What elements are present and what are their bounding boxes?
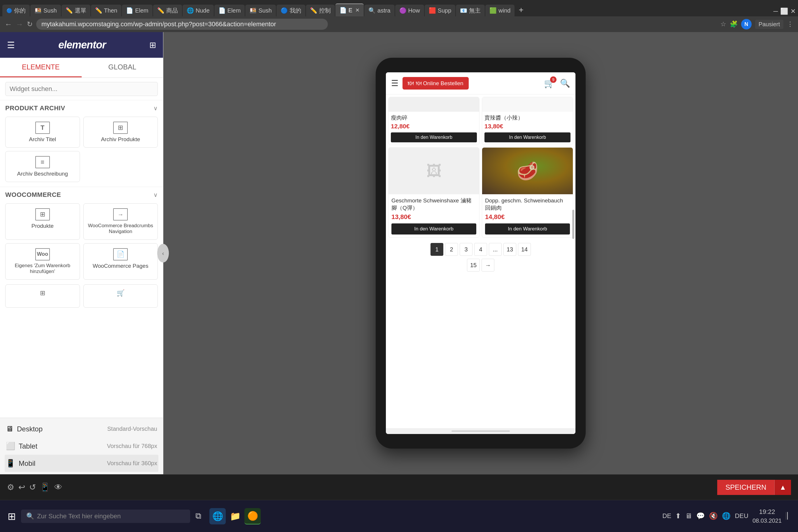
phone-scrollbar[interactable] [572,210,574,239]
minimize-icon[interactable]: ─ [773,7,778,15]
add-to-cart-btn-2[interactable]: In den Warenkorb [484,132,570,142]
products-top-partial: 瘦肉碎 12,80€ In den Warenkorb [388,97,573,145]
tab-elem1[interactable]: 📄 Elem [122,5,153,16]
tab-商品[interactable]: ✏️ 商品 [153,5,182,16]
tab-e-active[interactable]: 📄 E ✕ [336,3,364,16]
tab-你的[interactable]: 🔵 你的 [2,5,30,16]
phone-hamburger-icon[interactable]: ☰ [391,78,398,88]
add-to-cart-btn-1[interactable]: In den Warenkorb [391,132,477,142]
tab-elemente[interactable]: ELEMENTE [0,58,82,77]
tab-wind[interactable]: 🟩 wind [485,5,514,16]
save-button[interactable]: SPEICHERN [717,480,774,495]
save-options-button[interactable]: ▲ [774,480,791,495]
browser-tabs: 🔵 你的 🍱 Sush ✏️ 選單 ✏️ Then 📄 Elem ✏️ 商品 [0,0,798,16]
volume-icon[interactable]: 🔇 [709,512,718,520]
favicon: 🟩 [489,7,497,14]
chat-icon[interactable]: 💬 [696,512,705,520]
widget-archiv-titel[interactable]: T Archiv Titel [5,117,80,148]
widget-archiv-beschreibung[interactable]: ≡ Archiv Beschreibung [5,151,80,182]
section-woocommerce[interactable]: WOOCOMMERCE ∨ [0,187,163,201]
widget-warenkorb[interactable]: Woo Eigenes 'Zum Warenkorb hinzufügen' [5,243,80,280]
display-icon[interactable]: 🖥 [685,512,692,520]
online-bestellen-button[interactable]: 🍽 🍽 Online Bestellen [402,77,469,90]
back-button[interactable]: ← [5,20,12,29]
page-btn-4[interactable]: 4 [474,243,487,256]
desktop-icon: 🖥 [6,424,14,433]
taskbar-app-chrome[interactable]: 🟠 [244,508,261,525]
widget-woo-pages[interactable]: 📄 WooCommerce Pages [83,243,158,280]
widget-extra2[interactable]: 🛒 [83,284,158,308]
tab-我的[interactable]: 🔵 我的 [277,5,305,16]
page-btn-3[interactable]: 3 [460,243,473,256]
taskbar-app-explorer[interactable]: 📁 [227,508,243,525]
tab-supp[interactable]: 🟥 Supp [425,5,456,16]
device-mobil[interactable]: 📱 Mobil Vorschau für 360px [5,455,158,472]
extra2-icon: 🛒 [117,289,125,297]
more-options-icon[interactable]: ⋮ [787,20,793,28]
bookmark-icon[interactable]: ☆ [720,20,726,28]
tab-how[interactable]: 🟣 How [395,5,424,16]
settings-icon[interactable]: ⚙ [7,482,14,492]
show-desktop-button[interactable]: ▏ [786,512,793,520]
pause-button[interactable]: Pausiert [755,20,783,29]
maximize-icon[interactable]: ⬜ [780,7,788,15]
taskbar-app-edge[interactable]: 🌐 [209,508,226,525]
widget-produkte[interactable]: ⊞ Produkte [5,203,80,240]
tab-then[interactable]: ✏️ Then [91,5,121,16]
history-back-icon[interactable]: ↩ [18,482,25,492]
tab-無主[interactable]: 📧 無主 [456,5,485,16]
page-btn-14[interactable]: 14 [518,243,531,256]
page-btn-13[interactable]: 13 [504,243,516,256]
page-btn-1[interactable]: 1 [431,243,443,256]
profile-button[interactable]: N [741,19,752,30]
widget-archiv-produkte[interactable]: ⊞ Archiv Produkte [83,117,158,148]
taskview-button[interactable]: ⧉ [192,510,204,522]
device-desktop[interactable]: 🖥 Desktop Standard-Vorschau [5,420,158,437]
favicon: 🟥 [429,7,436,14]
forward-button[interactable]: → [16,20,23,29]
page-btn-next[interactable]: → [481,259,494,271]
address-bar[interactable]: mytakahumi.wpcomstaging.com/wp-admin/pos… [36,19,328,30]
widget-search-input[interactable] [5,82,158,96]
tab-astra[interactable]: 🔍 astra [364,5,394,16]
phone-search-icon[interactable]: 🔍 [560,78,570,88]
history-forward-icon[interactable]: ↺ [29,482,36,492]
placeholder-icon: 🖼 [426,162,442,180]
device-tablet[interactable]: ⬜ Tablet Vorschau für 768px [5,437,158,455]
tab-sush1[interactable]: 🍱 Sush [30,5,61,16]
product-image-placeholder-1 [388,97,479,112]
page-btn-15[interactable]: 15 [467,259,480,271]
extensions-icon[interactable]: 🧩 [730,20,738,28]
network-icon[interactable]: 🌐 [722,512,730,520]
close-icon[interactable]: ✕ [791,7,796,15]
notifications-icon[interactable]: ⬆ [675,512,681,520]
hamburger-menu-icon[interactable]: ☰ [7,40,15,50]
grid-icon[interactable]: ⊞ [149,40,156,50]
tab-elem2[interactable]: 📄 Elem [214,5,245,16]
cart-button[interactable]: 🛒 9 [544,78,555,88]
widget-extra1[interactable]: ⊞ [5,284,80,308]
responsive-icon[interactable]: 📱 [40,482,50,492]
new-tab-button[interactable]: + [515,3,527,16]
tab-sush2[interactable]: 🍱 Sush [245,5,276,16]
taskbar-search[interactable]: 🔍 Zur Suche Text hier eingeben [21,510,190,523]
widget-breadcrumbs[interactable]: → WooCommerce Breadcrumbs Navigation [83,203,158,240]
canvas-area: ☰ 🍽 🍽 Online Bestellen 🛒 9 🔍 [163,32,798,474]
add-to-cart-btn-4[interactable]: In den Warenkorb [485,223,570,234]
pagination: 1 2 3 4 ... 13 14 [388,240,573,259]
add-to-cart-btn-3[interactable]: In den Warenkorb [392,223,476,234]
tab-控制[interactable]: ✏️ 控制 [306,5,335,16]
tab-nude[interactable]: 🌐 Nude [183,5,214,16]
tab-選單[interactable]: ✏️ 選單 [61,5,90,16]
restaurant-icon: 🍽 [408,80,414,87]
close-tab-icon[interactable]: ✕ [355,7,360,14]
page-btn-2[interactable]: 2 [445,243,458,256]
section-produkt-archiv[interactable]: PRODUKT ARCHIV ∨ [0,100,163,114]
start-button[interactable]: ⊞ [5,509,19,524]
preview-icon[interactable]: 👁 [54,482,62,492]
favicon: 📄 [126,7,133,14]
tab-global[interactable]: GLOBAL [82,58,163,77]
reload-button[interactable]: ↻ [27,20,33,28]
chevron-down-icon: ∨ [153,105,158,112]
sidebar-collapse-button[interactable]: ‹ [157,244,169,263]
